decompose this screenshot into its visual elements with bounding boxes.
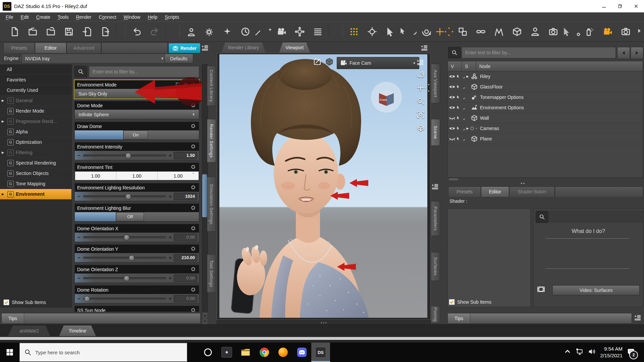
- eye-closed-icon[interactable]: [448, 135, 457, 142]
- expand-arrow-icon[interactable]: ▶: [465, 127, 470, 130]
- selectable-cursor-icon[interactable]: [457, 125, 465, 132]
- close-button[interactable]: [628, 0, 644, 12]
- merge-file-icon[interactable]: [42, 24, 60, 39]
- param-dropdown[interactable]: Sun-Sky Only▼: [75, 89, 199, 98]
- filter-next-button[interactable]: [631, 47, 643, 59]
- scene-node-tonemapper-options[interactable]: Tonemapper Options: [448, 92, 643, 103]
- scene-node-riley[interactable]: ▶ Riley: [448, 71, 643, 82]
- decrement-button[interactable]: −: [76, 193, 82, 199]
- gear-icon[interactable]: [191, 266, 197, 273]
- surface-search-icon[interactable]: [536, 211, 548, 223]
- menu-window[interactable]: Window: [120, 14, 144, 20]
- search-icon[interactable]: [74, 66, 87, 77]
- increment-button[interactable]: +: [168, 255, 173, 260]
- tab-surf-presets[interactable]: Presets: [448, 186, 481, 197]
- slider-track[interactable]: [83, 298, 166, 300]
- aux-view-icon[interactable]: [313, 58, 321, 66]
- gear-icon[interactable]: [191, 226, 197, 232]
- menu-scripts[interactable]: Scripts: [161, 14, 183, 20]
- increment-button[interactable]: +: [168, 234, 173, 240]
- chrome-icon[interactable]: [255, 343, 274, 362]
- render-button[interactable]: Render: [168, 43, 201, 53]
- scene-column-node[interactable]: Node: [476, 61, 643, 71]
- show-sub-items-left[interactable]: Show Sub Items: [3, 299, 46, 305]
- speaker-icon[interactable]: [588, 348, 595, 357]
- tab-animate2[interactable]: aniMate2: [8, 325, 50, 336]
- decrement-button[interactable]: −: [76, 153, 82, 158]
- daz-studio-icon[interactable]: DS: [311, 343, 330, 362]
- scene-node-plane[interactable]: Plane: [448, 134, 643, 144]
- draw-style-cube-icon[interactable]: [325, 58, 333, 66]
- create-node-icon[interactable]: [290, 24, 309, 39]
- create-light-icon[interactable]: [200, 24, 218, 39]
- param-value[interactable]: 1024: [174, 193, 197, 200]
- engine-dropdown[interactable]: NVIDIA Iray ▼: [21, 54, 168, 63]
- param-value[interactable]: 210.00: [174, 254, 197, 261]
- open-file-icon[interactable]: [23, 24, 42, 39]
- menu-file[interactable]: File: [2, 14, 17, 20]
- gear-icon[interactable]: [191, 144, 197, 150]
- panel-menu-icon[interactable]: [201, 44, 209, 53]
- selectable-cursor-icon[interactable]: [457, 73, 465, 80]
- increment-button[interactable]: +: [168, 296, 173, 301]
- tab-render-library[interactable]: Render Library: [221, 43, 266, 53]
- joint-editor-icon[interactable]: [472, 24, 490, 39]
- rotate-selection-icon[interactable]: [399, 24, 417, 39]
- taskbar-clock[interactable]: 9:54 AM 2/15/2021: [600, 346, 623, 359]
- tips-button[interactable]: Tips: [2, 313, 24, 323]
- surface-filter-input[interactable]: [549, 211, 644, 222]
- tint-value[interactable]: 1.00: [75, 172, 116, 180]
- export-file-icon[interactable]: [96, 24, 114, 39]
- eye-open-icon[interactable]: [448, 104, 457, 111]
- dark-app-icon[interactable]: [217, 343, 236, 362]
- figure-setup-icon[interactable]: [526, 24, 544, 39]
- gear-icon[interactable]: [191, 205, 197, 211]
- create-magic-wand-icon[interactable]: [254, 24, 272, 39]
- splitter-handle[interactable]: ••: [521, 180, 526, 186]
- param-value[interactable]: 0.00: [174, 295, 197, 302]
- gear-icon[interactable]: [191, 164, 197, 170]
- slider-handle[interactable]: [124, 276, 129, 281]
- sidebar-item-all[interactable]: All: [0, 64, 71, 75]
- menu-render[interactable]: Render: [72, 14, 95, 20]
- discord-icon[interactable]: [292, 343, 311, 362]
- camera-selector[interactable]: Face Cam ▼: [337, 57, 419, 69]
- param-value[interactable]: 0.00: [174, 234, 197, 241]
- scene-node-wall[interactable]: Wall: [448, 113, 643, 123]
- expand-arrow-icon[interactable]: ▶: [2, 151, 5, 154]
- notification-icon[interactable]: 2: [627, 348, 635, 357]
- dock-tab-content-library[interactable]: Content Library: [207, 66, 216, 106]
- taskbar-search[interactable]: Type here to search: [19, 343, 187, 362]
- expand-arrow-icon[interactable]: ▶: [465, 75, 470, 78]
- scroll-up-icon[interactable]: ▲: [202, 312, 208, 318]
- slider-handle[interactable]: [125, 153, 131, 159]
- scene-filter-input[interactable]: [462, 47, 616, 58]
- tab-editor[interactable]: Editor: [35, 43, 66, 53]
- eye-open-icon[interactable]: [448, 125, 457, 132]
- more-arrow-icon[interactable]: [637, 28, 642, 35]
- params-scrollbar-thumb[interactable]: [202, 174, 207, 217]
- restore-button[interactable]: [612, 0, 628, 12]
- filter-prev-button[interactable]: [617, 47, 630, 59]
- sidebar-item-favorites[interactable]: Favorites: [0, 75, 71, 85]
- sidebar-item-general[interactable]: ▶GGeneral: [0, 96, 71, 106]
- scene-search-icon[interactable]: [448, 47, 461, 58]
- dock-tab-render-settings[interactable]: Render Settings: [207, 119, 216, 163]
- save-file-icon[interactable]: [60, 24, 78, 39]
- universal-tool-icon[interactable]: [435, 24, 453, 39]
- scene-node-cameras[interactable]: ▶ Cameras: [448, 123, 643, 134]
- expand-arrow-icon[interactable]: ▶: [2, 99, 5, 102]
- sidebar-item-progressive-rend-[interactable]: ▶GProgressive Rend...: [0, 116, 71, 127]
- scene-column-s[interactable]: S: [462, 61, 476, 71]
- start-button[interactable]: [0, 343, 19, 362]
- viewport-options-icon[interactable]: [417, 58, 424, 67]
- file-explorer-icon[interactable]: [236, 343, 255, 362]
- gear-icon[interactable]: [191, 123, 197, 129]
- pan-arrows-icon[interactable]: [417, 84, 433, 92]
- sidebar-item-currently-used[interactable]: Currently Used: [0, 85, 71, 96]
- firefox-icon[interactable]: [274, 343, 292, 362]
- history-icon[interactable]: [175, 82, 181, 88]
- toggle-value[interactable]: On: [123, 130, 148, 139]
- gear-icon[interactable]: [191, 307, 197, 312]
- eye-open-icon[interactable]: [448, 83, 457, 90]
